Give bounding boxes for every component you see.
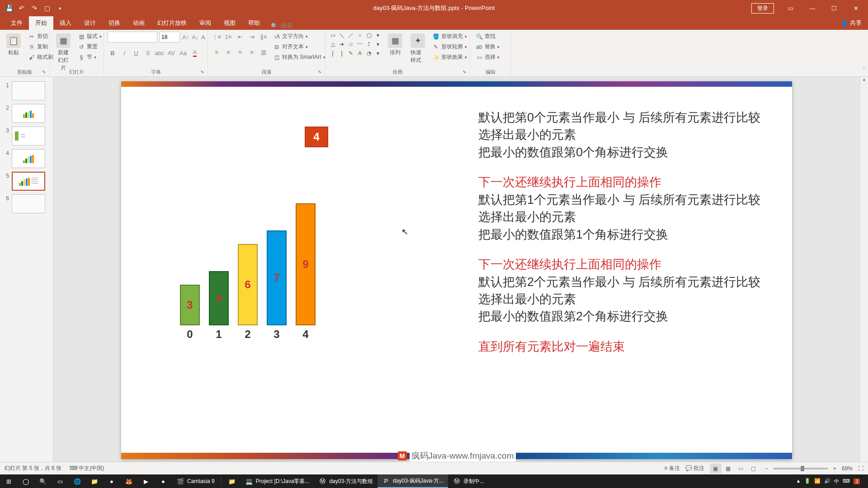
align-center-button[interactable]: ≡ [223,47,233,57]
taskbar-app-2[interactable]: Ⓜday03-方法与数组 [314,474,377,488]
save-icon[interactable]: 💾 [5,4,14,13]
tray-icon-4[interactable]: 中 [834,478,839,485]
clear-format-icon[interactable]: A̶ [201,32,206,42]
bar-3[interactable]: 73 [267,230,287,325]
align-text-button[interactable]: ⊟对齐文本▾ [271,42,327,52]
taskbar-app-4[interactable]: Ⓜ录制中... [448,474,489,488]
taskbar-pinned-6[interactable]: ● [103,474,120,488]
zoom-out-icon[interactable]: − [765,465,768,472]
shape-outline-button[interactable]: ✎形状轮廓▾ [430,42,469,52]
replace-button[interactable]: ab替换▾ [474,42,501,52]
tray-icon-0[interactable]: ▲ [796,478,801,485]
layout-button[interactable]: ▤版式▾ [76,32,104,41]
shape-line2-icon[interactable]: ／ [347,32,354,39]
taskbar-pinned-7[interactable]: 🦊 [120,474,137,488]
fit-window-icon[interactable]: ⛶ [858,465,863,472]
shape-fill-button[interactable]: 🪣形状填充▾ [430,32,469,41]
thumb-2[interactable]: 2 [0,102,53,125]
tray-icon-5[interactable]: ⌨ [843,478,850,485]
justify-button[interactable]: ≡ [247,47,257,57]
slide-editor[interactable]: 4 3041627394 ↖ 默认把第0个元素当作最小 与 后续所有元素进行比较… [53,77,860,474]
sorter-view-icon[interactable]: ▦ [722,464,734,474]
close-icon[interactable]: ✕ [845,0,866,16]
shape-text-icon[interactable]: A [356,50,363,57]
shape-star-icon[interactable]: ☆ [347,41,354,48]
shape-conn-icon[interactable]: ⤴ [365,41,373,48]
slide-canvas[interactable]: 4 3041627394 ↖ 默认把第0个元素当作最小 与 后续所有元素进行比较… [121,81,792,459]
case-button[interactable]: Aa [178,48,188,58]
decrease-font-icon[interactable]: A↓ [191,32,199,42]
tab-review[interactable]: 审阅 [193,16,217,30]
taskbar-pinned-1[interactable]: ◯ [17,474,34,488]
shape-tri-icon[interactable]: △ [329,41,336,48]
spacing-button[interactable]: AV [166,48,176,58]
tab-file[interactable]: 文件 [5,16,29,30]
paragraph-launcher-icon[interactable]: ⬊ [318,69,324,75]
bullets-button[interactable]: ⋮≡ [212,32,222,42]
line-spacing-button[interactable]: ‖≡ [259,32,269,42]
clipboard-launcher-icon[interactable]: ⬊ [42,69,48,75]
shape-line-icon[interactable]: ＼ [338,32,345,39]
slide-counter[interactable]: 幻灯片 第 5 张，共 6 张 [5,465,61,472]
minimize-icon[interactable]: — [802,0,823,16]
font-launcher-icon[interactable]: ⬊ [200,69,207,75]
language-indicator[interactable]: ⌨ 中文(中国) [70,465,104,472]
increase-font-icon[interactable]: A↑ [182,32,189,42]
maximize-icon[interactable]: ☐ [824,0,844,16]
tab-transitions[interactable]: 切换 [102,16,127,30]
tray-icon-1[interactable]: 🔋 [804,478,811,485]
indent-inc-button[interactable]: ⇥ [247,32,257,42]
tell-me-search[interactable]: 🔍 搜索 [266,22,292,30]
thumb-3[interactable]: 3══════ [0,125,53,147]
zoom-percent[interactable]: 69% [842,465,853,472]
system-tray[interactable]: ▲🔋📶🔊中⌨ 3 [796,478,868,485]
font-size-input[interactable] [159,32,180,42]
vertical-scrollbar[interactable]: ▲ ▼ [860,77,868,474]
share-button[interactable]: 👤 共享 [835,16,868,30]
tab-view[interactable]: 视图 [217,16,242,30]
shape-more2-icon[interactable]: ▾ [374,41,382,48]
smartart-button[interactable]: ◫转换为 SmartArt▾ [271,52,327,62]
reading-view-icon[interactable]: ▭ [735,464,747,474]
font-color-button[interactable]: A [190,48,200,58]
paste-button[interactable]: 📋 粘贴 [4,32,24,58]
font-name-input[interactable] [108,32,157,42]
numbering-button[interactable]: 1≡ [223,32,233,42]
undo-icon[interactable]: ↶ [17,4,26,13]
align-left-button[interactable]: ≡ [212,47,222,57]
taskbar-pinned-2[interactable]: 🔍 [34,474,52,488]
bar-2[interactable]: 62 [238,244,258,325]
notes-button[interactable]: ≡ 备注 [664,465,679,472]
find-button[interactable]: 🔍查找 [474,32,501,41]
scroll-up-icon[interactable]: ▲ [860,77,868,85]
taskbar-app-3[interactable]: Pday03-疯码Java-方... [377,474,448,488]
taskbar-pinned-0[interactable]: ⊞ [0,474,17,488]
underline-button[interactable]: U [131,48,141,58]
bold-button[interactable]: B [108,48,118,58]
thumb-6[interactable]: 6 [0,192,53,215]
taskbar-pinned-4[interactable]: 🌐 [69,474,86,488]
tab-home[interactable]: 开始 [29,16,53,30]
notification-badge[interactable]: 3 [854,479,860,484]
shape-brace-icon[interactable]: { [329,50,336,57]
text-direction-button[interactable]: ↕A文字方向▾ [271,32,327,41]
tab-slideshow[interactable]: 幻灯片放映 [151,16,193,30]
tab-design[interactable]: 设计 [78,16,102,30]
taskbar-app-0[interactable]: 📁 [223,474,241,488]
slideshow-start-icon[interactable]: ▢ [42,4,52,13]
shape-effects-button[interactable]: ✨形状效果▾ [430,52,469,62]
float-value-box[interactable]: 4 [305,127,328,147]
qat-more-icon[interactable]: ▾ [55,4,64,13]
ribbon-display-icon[interactable]: ▭ [780,0,801,16]
taskbar-pinned-5[interactable]: 📁 [86,474,103,488]
tab-insert[interactable]: 插入 [53,16,78,30]
thumb-5[interactable]: 5════════════════════════════ [0,170,53,192]
taskbar-app-1[interactable]: 💻Project [D:\Java零基... [241,474,314,488]
bar-1[interactable]: 41 [209,271,229,325]
shape-oval-icon[interactable]: ○ [356,32,363,39]
select-button[interactable]: ▭选择▾ [474,52,501,62]
shape-roundrect-icon[interactable]: ▢ [365,32,373,39]
tray-icon-3[interactable]: 🔊 [824,478,830,485]
redo-icon[interactable]: ↷ [30,4,39,13]
shape-more3-icon[interactable]: ▾ [374,50,382,57]
